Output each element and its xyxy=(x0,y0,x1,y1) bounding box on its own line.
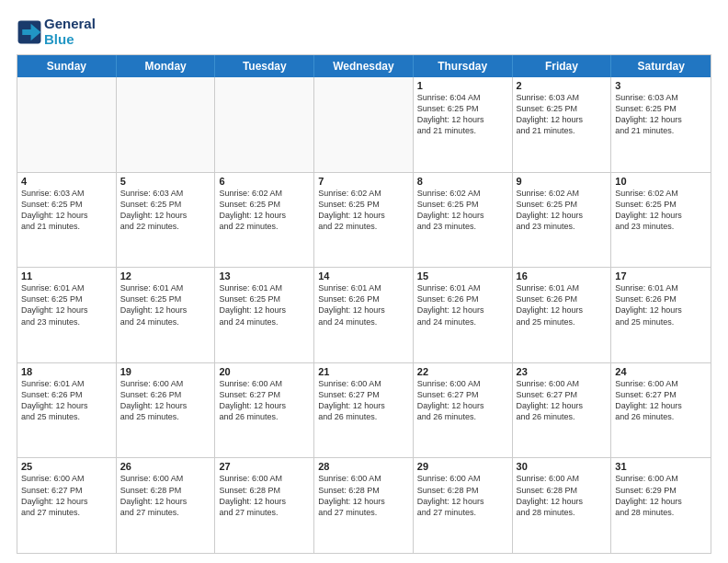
calendar-cell: 17Sunrise: 6:01 AM Sunset: 6:26 PM Dayli… xyxy=(611,268,711,362)
calendar-cell xyxy=(215,77,314,172)
weekday-header-friday: Friday xyxy=(513,55,612,77)
header: General Blue xyxy=(17,17,711,47)
cell-info: Sunrise: 6:03 AM Sunset: 6:25 PM Dayligh… xyxy=(517,92,608,137)
cell-info: Sunrise: 6:00 AM Sunset: 6:28 PM Dayligh… xyxy=(219,473,310,518)
calendar-cell: 12Sunrise: 6:01 AM Sunset: 6:25 PM Dayli… xyxy=(117,268,216,362)
cell-info: Sunrise: 6:00 AM Sunset: 6:27 PM Dayligh… xyxy=(318,378,409,423)
day-number: 13 xyxy=(219,270,310,282)
weekday-header-sunday: Sunday xyxy=(17,55,117,77)
day-number: 11 xyxy=(21,270,112,282)
calendar-body: 1Sunrise: 6:04 AM Sunset: 6:25 PM Daylig… xyxy=(17,77,711,553)
cell-info: Sunrise: 6:00 AM Sunset: 6:28 PM Dayligh… xyxy=(318,473,409,518)
cell-info: Sunrise: 6:04 AM Sunset: 6:25 PM Dayligh… xyxy=(417,92,508,137)
day-number: 5 xyxy=(120,176,211,187)
calendar-week-1: 1Sunrise: 6:04 AM Sunset: 6:25 PM Daylig… xyxy=(17,77,711,173)
day-number: 12 xyxy=(120,270,211,282)
day-number: 26 xyxy=(120,461,211,472)
calendar-cell: 30Sunrise: 6:00 AM Sunset: 6:28 PM Dayli… xyxy=(513,458,612,553)
calendar-cell: 14Sunrise: 6:01 AM Sunset: 6:26 PM Dayli… xyxy=(314,268,414,362)
day-number: 17 xyxy=(615,270,707,282)
calendar-cell xyxy=(314,77,414,172)
cell-info: Sunrise: 6:00 AM Sunset: 6:29 PM Dayligh… xyxy=(615,473,707,518)
calendar-cell: 9Sunrise: 6:02 AM Sunset: 6:25 PM Daylig… xyxy=(513,173,612,268)
calendar-week-3: 11Sunrise: 6:01 AM Sunset: 6:25 PM Dayli… xyxy=(17,268,711,363)
calendar-cell: 25Sunrise: 6:00 AM Sunset: 6:27 PM Dayli… xyxy=(17,458,117,553)
calendar-cell: 18Sunrise: 6:01 AM Sunset: 6:26 PM Dayli… xyxy=(17,363,117,458)
calendar-header-row: SundayMondayTuesdayWednesdayThursdayFrid… xyxy=(17,55,711,77)
cell-info: Sunrise: 6:02 AM Sunset: 6:25 PM Dayligh… xyxy=(219,188,310,233)
day-number: 31 xyxy=(615,461,707,472)
calendar-cell: 10Sunrise: 6:02 AM Sunset: 6:25 PM Dayli… xyxy=(611,173,711,268)
day-number: 3 xyxy=(615,80,707,91)
calendar-cell: 11Sunrise: 6:01 AM Sunset: 6:25 PM Dayli… xyxy=(17,268,117,362)
day-number: 14 xyxy=(318,270,409,282)
calendar-cell: 19Sunrise: 6:00 AM Sunset: 6:26 PM Dayli… xyxy=(117,363,216,458)
calendar-week-5: 25Sunrise: 6:00 AM Sunset: 6:27 PM Dayli… xyxy=(17,458,711,553)
calendar-cell: 16Sunrise: 6:01 AM Sunset: 6:26 PM Dayli… xyxy=(513,268,612,362)
cell-info: Sunrise: 6:03 AM Sunset: 6:25 PM Dayligh… xyxy=(21,188,112,233)
weekday-header-saturday: Saturday xyxy=(611,55,711,77)
calendar-cell: 8Sunrise: 6:02 AM Sunset: 6:25 PM Daylig… xyxy=(414,173,513,268)
cell-info: Sunrise: 6:01 AM Sunset: 6:26 PM Dayligh… xyxy=(21,378,112,423)
day-number: 22 xyxy=(417,366,508,377)
cell-info: Sunrise: 6:01 AM Sunset: 6:26 PM Dayligh… xyxy=(417,282,508,327)
calendar-cell: 24Sunrise: 6:00 AM Sunset: 6:27 PM Dayli… xyxy=(611,363,711,458)
logo: General Blue xyxy=(17,17,96,47)
calendar-cell: 21Sunrise: 6:00 AM Sunset: 6:27 PM Dayli… xyxy=(314,363,414,458)
cell-info: Sunrise: 6:01 AM Sunset: 6:25 PM Dayligh… xyxy=(21,282,112,327)
logo-icon xyxy=(17,19,42,45)
calendar-cell: 4Sunrise: 6:03 AM Sunset: 6:25 PM Daylig… xyxy=(17,173,117,268)
day-number: 27 xyxy=(219,461,310,472)
day-number: 23 xyxy=(517,366,608,377)
calendar-cell: 20Sunrise: 6:00 AM Sunset: 6:27 PM Dayli… xyxy=(215,363,314,458)
weekday-header-monday: Monday xyxy=(117,55,216,77)
day-number: 18 xyxy=(21,366,112,377)
cell-info: Sunrise: 6:00 AM Sunset: 6:27 PM Dayligh… xyxy=(417,378,508,423)
calendar-cell: 29Sunrise: 6:00 AM Sunset: 6:28 PM Dayli… xyxy=(414,458,513,553)
calendar-cell xyxy=(117,77,216,172)
calendar-cell: 6Sunrise: 6:02 AM Sunset: 6:25 PM Daylig… xyxy=(215,173,314,268)
day-number: 20 xyxy=(219,366,310,377)
cell-info: Sunrise: 6:01 AM Sunset: 6:26 PM Dayligh… xyxy=(517,282,608,327)
calendar-week-2: 4Sunrise: 6:03 AM Sunset: 6:25 PM Daylig… xyxy=(17,173,711,269)
cell-info: Sunrise: 6:00 AM Sunset: 6:26 PM Dayligh… xyxy=(120,378,211,423)
cell-info: Sunrise: 6:00 AM Sunset: 6:28 PM Dayligh… xyxy=(120,473,211,518)
day-number: 6 xyxy=(219,176,310,187)
cell-info: Sunrise: 6:01 AM Sunset: 6:25 PM Dayligh… xyxy=(120,282,211,327)
calendar-cell: 1Sunrise: 6:04 AM Sunset: 6:25 PM Daylig… xyxy=(414,77,513,172)
calendar-cell: 28Sunrise: 6:00 AM Sunset: 6:28 PM Dayli… xyxy=(314,458,414,553)
cell-info: Sunrise: 6:03 AM Sunset: 6:25 PM Dayligh… xyxy=(615,92,707,137)
day-number: 16 xyxy=(517,270,608,282)
calendar-cell: 5Sunrise: 6:03 AM Sunset: 6:25 PM Daylig… xyxy=(117,173,216,268)
calendar-cell: 13Sunrise: 6:01 AM Sunset: 6:25 PM Dayli… xyxy=(215,268,314,362)
cell-info: Sunrise: 6:01 AM Sunset: 6:26 PM Dayligh… xyxy=(615,282,707,327)
cell-info: Sunrise: 6:00 AM Sunset: 6:27 PM Dayligh… xyxy=(219,378,310,423)
calendar-cell: 15Sunrise: 6:01 AM Sunset: 6:26 PM Dayli… xyxy=(414,268,513,362)
day-number: 28 xyxy=(318,461,409,472)
day-number: 25 xyxy=(21,461,112,472)
weekday-header-tuesday: Tuesday xyxy=(215,55,314,77)
calendar-cell: 23Sunrise: 6:00 AM Sunset: 6:27 PM Dayli… xyxy=(513,363,612,458)
calendar-cell: 22Sunrise: 6:00 AM Sunset: 6:27 PM Dayli… xyxy=(414,363,513,458)
calendar-cell: 3Sunrise: 6:03 AM Sunset: 6:25 PM Daylig… xyxy=(611,77,711,172)
page: General Blue SundayMondayTuesdayWednesda… xyxy=(0,0,728,563)
cell-info: Sunrise: 6:02 AM Sunset: 6:25 PM Dayligh… xyxy=(615,188,707,233)
cell-info: Sunrise: 6:00 AM Sunset: 6:28 PM Dayligh… xyxy=(417,473,508,518)
calendar-cell: 26Sunrise: 6:00 AM Sunset: 6:28 PM Dayli… xyxy=(117,458,216,553)
weekday-header-thursday: Thursday xyxy=(414,55,513,77)
calendar-cell xyxy=(17,77,117,172)
day-number: 4 xyxy=(21,176,112,187)
day-number: 15 xyxy=(417,270,508,282)
day-number: 19 xyxy=(120,366,211,377)
cell-info: Sunrise: 6:02 AM Sunset: 6:25 PM Dayligh… xyxy=(318,188,409,233)
calendar-cell: 7Sunrise: 6:02 AM Sunset: 6:25 PM Daylig… xyxy=(314,173,414,268)
cell-info: Sunrise: 6:01 AM Sunset: 6:26 PM Dayligh… xyxy=(318,282,409,327)
cell-info: Sunrise: 6:00 AM Sunset: 6:27 PM Dayligh… xyxy=(615,378,707,423)
day-number: 10 xyxy=(615,176,707,187)
cell-info: Sunrise: 6:00 AM Sunset: 6:27 PM Dayligh… xyxy=(517,378,608,423)
calendar-cell: 2Sunrise: 6:03 AM Sunset: 6:25 PM Daylig… xyxy=(513,77,612,172)
weekday-header-wednesday: Wednesday xyxy=(314,55,414,77)
day-number: 1 xyxy=(417,80,508,91)
day-number: 8 xyxy=(417,176,508,187)
day-number: 30 xyxy=(517,461,608,472)
